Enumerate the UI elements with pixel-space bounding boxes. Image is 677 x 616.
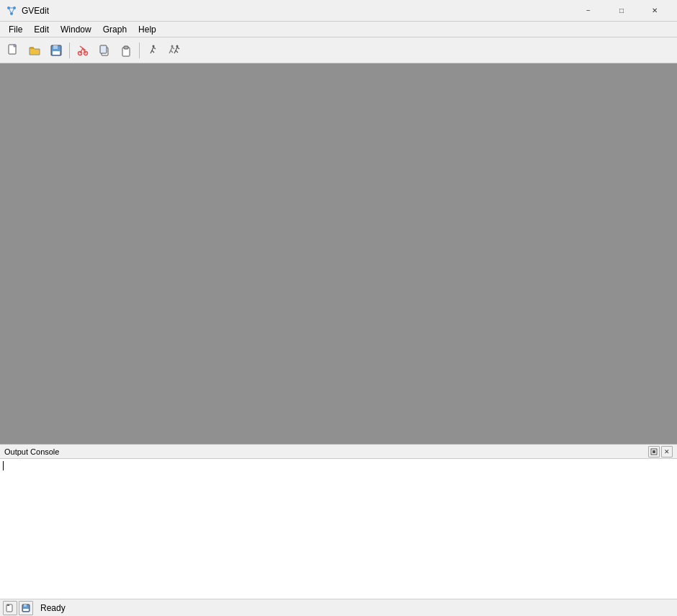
svg-line-28 <box>177 47 179 49</box>
output-title: Output Console <box>4 447 648 456</box>
svg-line-32 <box>171 50 173 53</box>
status-btn-1[interactable] <box>3 601 17 615</box>
svg-line-27 <box>176 50 178 53</box>
window-controls: − □ ✕ <box>572 0 671 22</box>
svg-line-23 <box>153 47 156 49</box>
svg-rect-35 <box>653 450 655 453</box>
svg-line-26 <box>174 50 176 53</box>
svg-line-33 <box>172 47 174 49</box>
title-bar: GVEdit − □ ✕ <box>0 0 677 22</box>
output-header: Output Console ✕ <box>0 445 677 459</box>
status-btn-2[interactable] <box>19 601 33 615</box>
svg-line-22 <box>152 50 154 53</box>
svg-rect-8 <box>53 45 58 49</box>
output-controls: ✕ <box>648 446 673 457</box>
output-panel: Output Console ✕ <box>0 444 677 599</box>
svg-line-14 <box>80 46 86 50</box>
output-cursor <box>3 461 4 470</box>
status-text: Ready <box>40 603 66 613</box>
svg-rect-9 <box>53 51 60 55</box>
svg-line-20 <box>152 47 153 50</box>
svg-line-25 <box>176 47 177 50</box>
svg-line-5 <box>12 8 14 14</box>
new-file-button[interactable] <box>3 40 23 61</box>
copy-button[interactable] <box>94 40 115 61</box>
close-button[interactable]: ✕ <box>638 0 671 22</box>
output-close-button[interactable]: ✕ <box>661 446 673 457</box>
svg-line-21 <box>151 50 152 53</box>
output-content[interactable] <box>0 459 677 599</box>
run-button[interactable] <box>143 40 163 61</box>
app-icon <box>6 5 17 17</box>
run-all-button[interactable] <box>164 40 184 61</box>
maximize-button[interactable]: □ <box>605 0 638 22</box>
menu-graph[interactable]: Graph <box>97 22 133 37</box>
svg-line-4 <box>9 8 12 14</box>
status-bar: Ready <box>0 599 677 616</box>
menu-edit[interactable]: Edit <box>28 22 55 37</box>
svg-rect-16 <box>100 45 107 53</box>
menu-file[interactable]: File <box>3 22 28 37</box>
menu-window[interactable]: Window <box>55 22 97 37</box>
svg-point-24 <box>176 45 179 47</box>
svg-rect-39 <box>24 604 27 607</box>
menu-help[interactable]: Help <box>133 22 162 37</box>
svg-line-30 <box>171 47 172 50</box>
menu-bar: File Edit Window Graph Help <box>0 22 677 37</box>
svg-line-31 <box>169 50 171 53</box>
cut-button[interactable] <box>73 40 93 61</box>
svg-rect-40 <box>23 609 29 611</box>
svg-point-29 <box>171 45 174 47</box>
toolbar-sep-1 <box>69 43 70 58</box>
output-pin-button[interactable] <box>648 446 660 457</box>
open-file-button[interactable] <box>24 40 45 61</box>
toolbar-sep-2 <box>139 43 140 58</box>
save-file-button[interactable] <box>46 40 66 61</box>
svg-point-19 <box>153 45 155 47</box>
svg-rect-18 <box>124 46 128 49</box>
main-canvas[interactable] <box>0 63 677 444</box>
toolbar <box>0 37 677 63</box>
minimize-button[interactable]: − <box>572 0 605 22</box>
svg-rect-37 <box>7 604 9 606</box>
window-title: GVEdit <box>22 6 572 16</box>
paste-button[interactable] <box>116 40 136 61</box>
